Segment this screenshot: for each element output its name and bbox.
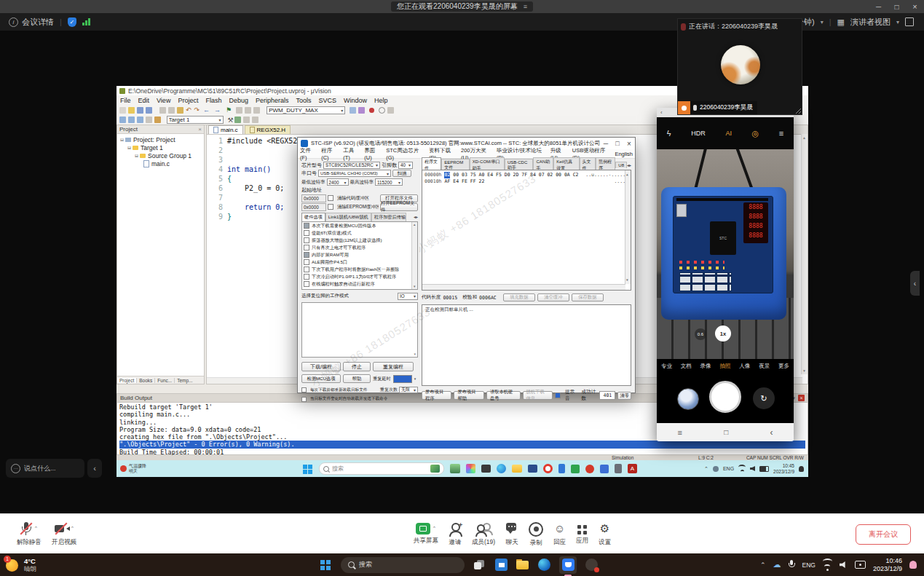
rebuild-icon[interactable] (137, 117, 143, 123)
taskbar-app-toolbox[interactable] (528, 465, 537, 473)
stc-menu-peripherals[interactable]: STC周边芯片(G) (384, 147, 427, 161)
shared-clock-date[interactable]: 2023/12/9 (773, 469, 794, 475)
speaker-panel[interactable]: 正在讲话：2206040239李昊晟 2206040239李昊晟 (677, 18, 802, 115)
taskbar-app-opera[interactable] (543, 464, 553, 473)
network-signal-icon[interactable] (82, 18, 90, 25)
shared-tray-chevron-icon[interactable]: ⌃ (704, 466, 708, 472)
leave-meeting-button[interactable]: 离开会议 (856, 524, 911, 545)
taskbar-app-edge[interactable] (497, 464, 506, 473)
repeat-count-select[interactable]: 无限 (399, 387, 418, 393)
clear-code-checkbox[interactable] (328, 195, 333, 201)
code-start-address[interactable]: 0x0000 (301, 194, 326, 202)
menu-debug[interactable]: Debug (225, 97, 252, 104)
panel-collapse-handle[interactable]: ‹ (910, 271, 920, 296)
hex-buffer-view[interactable]: 00000h 02 00 03 75 A0 E4 F5 D0 2D 7F 84 … (422, 170, 631, 291)
breakpoint-icon[interactable] (379, 107, 385, 114)
menu-view[interactable]: View (153, 97, 174, 104)
option-row[interactable]: 内部扩展RAM可用 (302, 251, 417, 259)
taskbar-app-store[interactable] (571, 465, 580, 473)
settings-button[interactable]: ⚙ 设置 (599, 521, 611, 547)
read-disk-id-button[interactable]: 读取本机硬盘号 (486, 391, 521, 400)
menu-window[interactable]: Window (340, 97, 371, 104)
batch-build-icon[interactable] (146, 117, 152, 123)
max-baud-select[interactable]: 115200 (375, 178, 403, 186)
taskbar-search-box[interactable]: 搜索 (341, 557, 465, 573)
phone-back-icon[interactable]: ‹ (660, 109, 663, 116)
mode-pro[interactable]: 专业 (661, 363, 672, 370)
mode-photo[interactable]: 拍照 (719, 363, 730, 370)
mode-portrait[interactable]: 人像 (739, 363, 750, 370)
store-button[interactable] (495, 559, 508, 571)
taskbar-app-music[interactable] (585, 465, 594, 473)
file-explorer-button[interactable] (516, 559, 529, 570)
paste-icon[interactable] (177, 107, 183, 114)
tab-books[interactable]: Books (137, 378, 155, 383)
reload-target-checkbox[interactable] (301, 387, 307, 392)
mic-options-chevron[interactable]: ⌃ (34, 526, 39, 532)
shared-search-box[interactable]: 搜索 (319, 462, 444, 475)
stc-maximize-button[interactable]: □ (612, 140, 623, 147)
wifi-icon[interactable] (823, 559, 832, 571)
download-icon[interactable] (154, 117, 161, 123)
stc-menu-file[interactable]: 文件(F) (298, 147, 319, 161)
stc-menu-tools[interactable]: 工具(T) (341, 147, 362, 161)
mode-night[interactable]: 夜景 (759, 363, 770, 370)
tab-offline-download[interactable]: Link1脱机/U8W脱机 (325, 213, 371, 221)
min-baud-select[interactable]: 2400 (327, 178, 349, 186)
invite-button[interactable]: + 邀请 (449, 521, 462, 547)
stc-menu-program[interactable]: 程序(C) (319, 147, 341, 161)
meeting-app-button[interactable] (559, 556, 577, 574)
banner-menu-icon[interactable]: ≡ (524, 3, 527, 10)
open-eeprom-file-button[interactable]: 打开EEPROM文件 (380, 203, 418, 211)
translate-icon[interactable] (119, 117, 126, 123)
view-mode-button[interactable]: 演讲者视图 (850, 17, 891, 28)
members-button[interactable]: 成员(19) (472, 521, 495, 547)
project-panel-close-icon[interactable]: × (198, 126, 202, 133)
find-icon[interactable] (350, 107, 356, 114)
toolbar-combo[interactable]: PWM_DUTY_MAX (266, 106, 345, 114)
video-options-chevron[interactable]: ⌃ (71, 526, 75, 532)
progress-color-swatch[interactable] (393, 375, 412, 383)
taskbar-app-acrobat[interactable]: A (628, 464, 637, 473)
stc-menu-english[interactable]: English (612, 151, 635, 157)
onedrive-cloud-icon[interactable]: ☁ (773, 560, 781, 569)
clock-date[interactable]: 2023/12/9 (873, 565, 902, 573)
view-chevron-icon[interactable]: ▾ (896, 19, 899, 25)
stc-close-button[interactable]: × (623, 140, 635, 148)
zoom-0-6-button[interactable]: 0.6 (695, 328, 706, 340)
copy-icon[interactable] (168, 107, 175, 114)
close-button[interactable]: × (906, 2, 924, 11)
pen-touch-icon[interactable] (855, 561, 866, 569)
mode-more[interactable]: 更多 (778, 363, 789, 370)
share-screen-button[interactable]: ⌃ 共享屏幕 (414, 523, 438, 545)
save-icon[interactable] (137, 107, 143, 114)
duration-chevron-icon[interactable]: ▾ (821, 19, 824, 25)
fullscreen-icon[interactable] (905, 17, 914, 26)
tray-language[interactable]: ENG (802, 561, 816, 569)
menu-svcs[interactable]: SVCS (315, 97, 341, 104)
repeat-program-button[interactable]: 重复编程 (373, 362, 414, 371)
tree-item-source-group[interactable]: ⊟Source Group 1 (117, 151, 204, 159)
tab-scroll-arrows[interactable]: ◂▸ (414, 214, 418, 219)
tab-regx52-h[interactable]: REGX52.H (245, 125, 291, 134)
reactions-button[interactable]: ☺ 回应 (553, 521, 566, 547)
shared-clock-time[interactable]: 10:45 (773, 463, 794, 469)
ai-button[interactable]: AI (725, 130, 732, 137)
shutter-button[interactable] (709, 381, 741, 413)
hdr-button[interactable]: HDR (691, 130, 706, 137)
scan-ports-button[interactable]: 扫描 (392, 170, 411, 177)
filter-icon[interactable]: ◎ (752, 129, 759, 138)
stc-menu-ui[interactable]: 界面(U) (362, 147, 384, 161)
redo-icon[interactable]: ↷ (194, 106, 200, 114)
build-line-highlighted[interactable]: ".\Objects\Project" - 0 Error(s), 0 Warn… (119, 441, 805, 448)
outdent-icon[interactable] (245, 107, 251, 114)
offline-info-button[interactable]: 脱机下载信息 (523, 391, 553, 400)
shared-notification-icon[interactable] (799, 466, 804, 472)
menu-peripherals[interactable]: Peripherals (252, 97, 293, 104)
clock-time[interactable]: 10:46 (873, 557, 902, 565)
option-row[interactable]: 下次冷启动时P1.0/P1.1为0/0才可下载程序 (302, 273, 417, 280)
mode-video[interactable]: 录像 (700, 363, 711, 370)
start-video-button[interactable]: ⌃ 开启视频 (52, 521, 76, 547)
edge-button[interactable] (538, 559, 550, 571)
news-icon[interactable] (120, 465, 127, 472)
